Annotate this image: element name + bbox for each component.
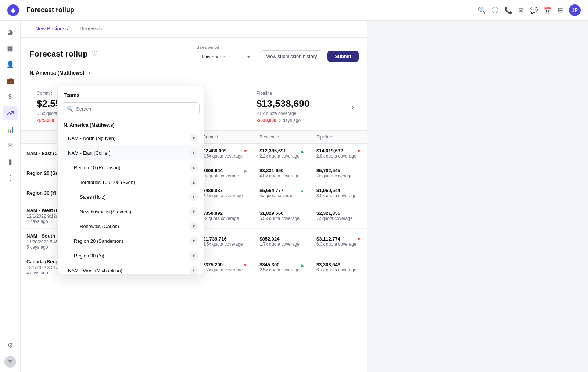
- commit-value: $375,200: [203, 262, 243, 267]
- dropdown-item-yi[interactable]: Region 30 (Yi) ▼: [58, 248, 204, 263]
- dropdown-item-nguyen[interactable]: NAM - North (Nguyen) ▼: [58, 131, 204, 145]
- dropdown-item-label: NAM - East (Collier): [68, 150, 111, 156]
- sales-period-label: Sales period: [197, 45, 255, 50]
- best-case-sub: 5.5x quota coverage: [259, 216, 305, 221]
- mail-icon[interactable]: ✉: [518, 6, 524, 14]
- sidebar-item-dollar[interactable]: $: [3, 90, 18, 104]
- pipeline-label: Pipeline: [257, 91, 351, 96]
- dropdown-item-robinson[interactable]: Region 10 (Robinson) ▲: [58, 160, 204, 175]
- chat-icon[interactable]: 💬: [530, 6, 538, 14]
- dropdown-item-collier[interactable]: NAM - East (Collier) ▲: [58, 145, 204, 160]
- dropdown-item-holz[interactable]: Sales (Holz) ▲: [58, 189, 204, 204]
- page-title: Forecast rollup: [29, 49, 88, 59]
- dropdown-item-label: Sales (Holz): [80, 194, 106, 200]
- best-case-cell: $5,664,777 4x quota coverage ▲: [254, 183, 311, 203]
- pipeline-value: $1,960,544: [316, 188, 362, 193]
- dropdown-item-label: New business (Stevens): [80, 209, 131, 214]
- sidebar-item-users[interactable]: 👤: [3, 57, 18, 72]
- best-case-cell: $845,300 2.5x quota coverage ▲: [254, 254, 311, 280]
- chevron-down-btn[interactable]: ▼: [189, 236, 198, 245]
- chevron-down-btn[interactable]: ▼: [189, 134, 198, 142]
- sales-period-value: This quarter: [201, 54, 244, 59]
- dropdown-item-matthews[interactable]: N. America (Matthews): [58, 119, 204, 131]
- best-case-sub: 4x quota coverage: [259, 193, 296, 198]
- dropdown-search-container: 🔍: [62, 102, 200, 115]
- best-case-value: $3,831,650: [259, 168, 305, 173]
- info-icon[interactable]: ⓘ: [92, 50, 97, 58]
- dropdown-item-michaelson[interactable]: NAM - West (Michaelson) ▼: [58, 263, 204, 274]
- app-logo[interactable]: ◆: [7, 4, 19, 16]
- pipeline-value: $3,308,643: [316, 262, 362, 267]
- sidebar-item-send[interactable]: ✉: [3, 138, 18, 153]
- pipeline-sub: 6.7x quota coverage: [316, 267, 362, 272]
- dropdown-item-sanderson[interactable]: Region 20 (Sanderson) ▼: [58, 234, 204, 248]
- page-header: Forecast rollup ⓘ Sales period This quar…: [21, 38, 368, 65]
- sales-period-select[interactable]: This quarter ▼: [197, 51, 255, 62]
- chevron-down-btn[interactable]: ▼: [189, 251, 198, 260]
- chevron-up-btn[interactable]: ▲: [189, 192, 198, 201]
- tab-renewals[interactable]: Renewals: [74, 21, 108, 37]
- commit-sub: 1.7x quota coverage: [203, 267, 243, 272]
- tabs-container: New Business Renewals: [21, 21, 368, 38]
- best-case-trend-icon: ▲: [300, 148, 305, 154]
- team-selector-chevron: ▼: [87, 70, 92, 75]
- best-case-value: $5,664,777: [259, 188, 296, 193]
- next-arrow[interactable]: ›: [352, 103, 354, 111]
- dropdown-search-input[interactable]: [76, 106, 195, 112]
- pipeline-cell: $3,308,643 6.7x quota coverage: [311, 254, 368, 280]
- sidebar-item-apps[interactable]: ⋮: [3, 170, 18, 185]
- pipeline-cell: $3,112,774 6.3x quota coverage ▼: [311, 229, 368, 254]
- pipeline-cell: $5,702,545 7x quota coverage: [311, 163, 368, 183]
- sidebar-settings[interactable]: ⚙: [3, 338, 18, 353]
- th-pipeline: Pipeline: [311, 131, 368, 144]
- sidebar-item-chart[interactable]: 📊: [3, 122, 18, 137]
- team-selector-button[interactable]: N. America (Matthews) ▼: [29, 67, 92, 79]
- sidebar-item-grid[interactable]: ▦: [3, 41, 18, 56]
- dropdown-item-sven[interactable]: Territories 100-105 (Sven) ▲: [58, 175, 204, 189]
- chevron-down-btn[interactable]: ▼: [189, 207, 198, 216]
- view-history-button[interactable]: View submission history: [260, 50, 323, 62]
- best-case-cell: $12,385,691 2.2x quota coverage ▲: [254, 144, 311, 163]
- chevron-down-btn[interactable]: ▼: [189, 266, 198, 274]
- sidebar-item-analytics[interactable]: ◕: [3, 25, 18, 40]
- pipeline-trend-icon: ▼: [356, 148, 362, 154]
- commit-trend-icon: ▼: [243, 148, 248, 154]
- sidebar-item-briefcase[interactable]: 💼: [3, 73, 18, 88]
- chevron-up-btn[interactable]: ▲: [189, 163, 198, 172]
- dropdown-item-stevens[interactable]: New business (Stevens) ▼: [58, 204, 204, 219]
- topbar-avatar[interactable]: JP: [569, 4, 581, 16]
- calendar-icon[interactable]: 📅: [544, 6, 552, 14]
- pipeline-sub: 2.8x quota coverage: [316, 154, 356, 159]
- dropdown-header: Teams: [58, 86, 204, 102]
- dropdown-item-label: Region 10 (Robinson): [74, 165, 120, 170]
- sidebar-item-trend[interactable]: [3, 106, 18, 120]
- dropdown-item-carlos[interactable]: Renewals (Carlos) ▼: [58, 219, 204, 234]
- submit-button[interactable]: Submit: [327, 51, 358, 62]
- sidebar-user-avatar[interactable]: JP: [4, 356, 16, 368]
- best-case-cell: $852,024 1.7x quota coverage: [254, 229, 311, 254]
- sales-period-wrapper: Sales period This quarter ▼: [197, 45, 255, 62]
- commit-cell: $1,739,716 3.5x quota coverage: [197, 229, 254, 254]
- chevron-up-btn[interactable]: ▲: [189, 178, 198, 187]
- commit-trend-icon: ▶: [244, 168, 248, 174]
- best-case-value: $852,024: [259, 236, 305, 242]
- pipeline-trend-icon: ▼: [356, 236, 362, 242]
- pipeline-change-value: -$500,000: [257, 118, 276, 123]
- pipeline-cell: $14,019,632 2.8x quota coverage ▼: [311, 144, 368, 163]
- phone-icon[interactable]: 📞: [504, 6, 512, 14]
- pipeline-sub: 6.3x quota coverage: [316, 242, 356, 247]
- commit-change-value: -$75,000: [37, 118, 54, 123]
- search-icon[interactable]: 🔍: [478, 6, 486, 14]
- grid-icon[interactable]: ⊞: [557, 6, 563, 14]
- sidebar-item-bar-chart[interactable]: ▮: [3, 154, 18, 169]
- commit-sub: 2.1x quota coverage: [203, 193, 248, 198]
- commit-value: $489,037: [203, 188, 248, 193]
- team-selector-label: N. America (Matthews): [29, 70, 85, 76]
- commit-sub: 0.5x quota coverage: [203, 154, 243, 159]
- help-icon[interactable]: ⓘ: [492, 6, 498, 15]
- chevron-down-btn[interactable]: ▼: [189, 222, 198, 231]
- chevron-up-btn[interactable]: ▲: [189, 148, 198, 157]
- tab-new-business[interactable]: New Business: [29, 21, 74, 37]
- topbar-icons: 🔍 ⓘ 📞 ✉ 💬 📅 ⊞ JP: [478, 4, 581, 16]
- dropdown-item-label: NAM - West (Michaelson): [68, 268, 122, 273]
